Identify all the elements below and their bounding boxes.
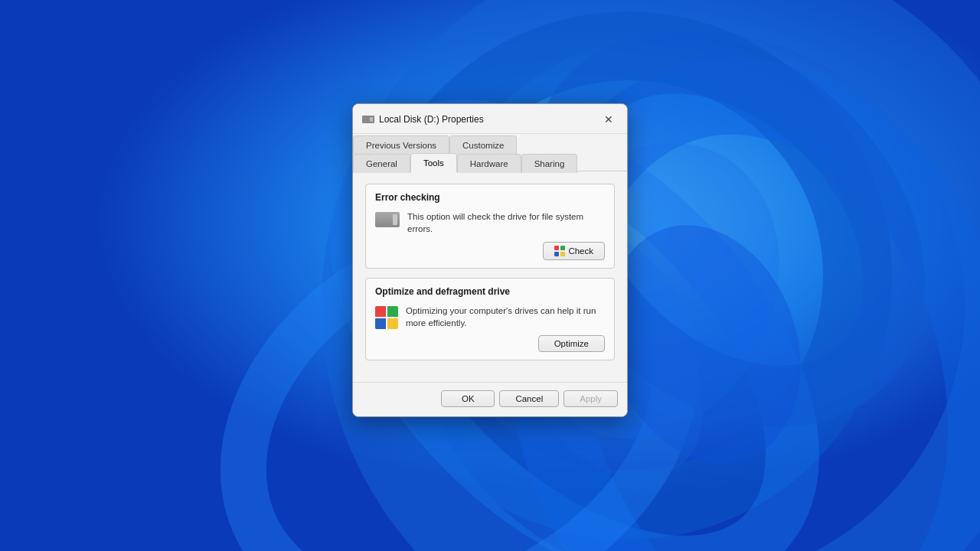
dialog-content: Error checking This option will check th… (353, 171, 627, 381)
error-checking-body: This option will check the drive for fil… (375, 210, 605, 235)
cancel-button[interactable]: Cancel (499, 390, 559, 407)
error-checking-title: Error checking (375, 192, 605, 203)
defrag-icon-q4 (387, 318, 398, 329)
optimize-section: Optimize and defragment drive Optimizing… (365, 278, 615, 360)
tabs-row-1: Previous Versions Customize (353, 134, 627, 152)
svg-rect-10 (554, 246, 559, 250)
ok-button[interactable]: OK (441, 390, 495, 407)
tab-customize[interactable]: Customize (449, 135, 517, 155)
tab-previous-versions[interactable]: Previous Versions (353, 135, 449, 155)
close-button[interactable]: ✕ (599, 110, 618, 129)
optimize-body: Optimizing your computer's drives can he… (375, 305, 605, 329)
optimize-description: Optimizing your computer's drives can he… (406, 305, 605, 329)
svg-rect-12 (554, 252, 559, 256)
optimize-footer: Optimize (375, 335, 605, 352)
apply-button[interactable]: Apply (564, 390, 618, 407)
check-button[interactable]: Check (543, 242, 605, 260)
optimize-button[interactable]: Optimize (538, 335, 605, 352)
defrag-icon-q1 (375, 306, 386, 317)
title-bar-left: Local Disk (D:) Properties (362, 113, 484, 126)
error-checking-section: Error checking This option will check th… (365, 184, 615, 268)
dialog-footer: OK Cancel Apply (353, 382, 627, 416)
optimize-title: Optimize and defragment drive (375, 286, 605, 297)
tab-bar: Previous Versions Customize General Tool… (353, 134, 627, 171)
svg-rect-13 (560, 252, 565, 256)
tabs-row-2: General Tools Hardware Sharing (353, 152, 627, 171)
error-checking-footer: Check (375, 242, 605, 260)
defrag-icon-q3 (375, 318, 386, 329)
defrag-icon (375, 306, 398, 329)
hdd-icon-small (375, 212, 400, 227)
properties-dialog: Local Disk (D:) Properties ✕ Previous Ve… (352, 103, 628, 416)
window-title: Local Disk (D:) Properties (379, 114, 484, 125)
error-checking-description: This option will check the drive for fil… (407, 210, 605, 235)
check-icon (554, 246, 565, 256)
dialog-overlay: Local Disk (D:) Properties ✕ Previous Ve… (0, 0, 980, 551)
title-bar: Local Disk (D:) Properties ✕ (353, 104, 627, 134)
tab-general[interactable]: General (353, 154, 410, 173)
tab-hardware[interactable]: Hardware (457, 154, 521, 173)
window-icon (362, 113, 374, 126)
svg-rect-11 (560, 246, 565, 250)
check-button-label: Check (568, 246, 593, 256)
defrag-icon-q2 (387, 306, 398, 317)
hdd-title-icon (362, 116, 374, 123)
tab-tools[interactable]: Tools (410, 153, 457, 172)
tab-sharing[interactable]: Sharing (521, 154, 578, 173)
